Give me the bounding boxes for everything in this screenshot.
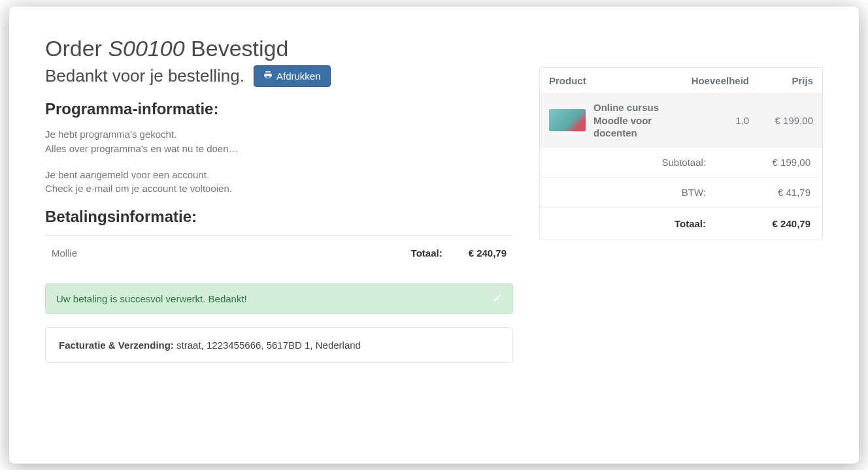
order-number: S00100 — [108, 36, 184, 61]
print-button[interactable]: Afdrukken — [254, 65, 331, 87]
product-price: € 199,00 — [754, 115, 813, 126]
divider — [45, 235, 513, 236]
payment-provider: Mollie — [52, 247, 411, 259]
payment-success-alert: Uw betaling is succesvol verwerkt. Bedan… — [45, 283, 513, 314]
shipping-address: straat, 1223455666, 5617BD 1, Nederland — [176, 340, 361, 351]
left-column: Order S00100 Bevestigd Bedankt voor je b… — [45, 36, 513, 424]
order-title: Order S00100 Bevestigd — [45, 36, 513, 61]
right-column: Product Hoeveelheid Prijs Online cursus … — [539, 36, 823, 424]
edit-icon[interactable] — [493, 293, 502, 304]
order-confirmation-page: Order S00100 Bevestigd Bedankt voor je b… — [9, 7, 859, 464]
order-summary: Product Hoeveelheid Prijs Online cursus … — [539, 67, 823, 240]
program-block-1: Je hebt programma's gekocht. Alles over … — [45, 127, 513, 156]
payment-heading: Betalingsinformatie: — [45, 208, 513, 226]
print-button-label: Afdrukken — [276, 71, 321, 82]
payment-total-label: Totaal: — [411, 247, 442, 259]
shipping-card: Facturatie & Verzending: straat, 1223455… — [45, 327, 513, 363]
program-line-1: Je hebt programma's gekocht. — [45, 127, 513, 142]
summary-header-qty: Hoeveelheid — [690, 75, 749, 86]
payment-row: Mollie Totaal: € 240,79 — [45, 245, 513, 264]
product-qty: 1.0 — [690, 115, 749, 126]
thank-you-text: Bedankt voor je bestelling. — [45, 66, 244, 86]
shipping-label: Facturatie & Verzending: — [59, 340, 174, 351]
program-line-2: Alles over programma's en wat nu te doen… — [45, 142, 513, 156]
product-name: Online cursus Moodle voor docenten — [593, 101, 685, 140]
payment-total-value: € 240,79 — [469, 247, 507, 259]
program-block-2: Je bent aangemeld voor een account. Chec… — [45, 168, 513, 197]
total-value: € 240,79 — [739, 218, 810, 229]
product-thumbnail — [549, 109, 586, 131]
order-title-suffix: Bevestigd — [191, 36, 288, 61]
program-line-4: Check je e-mail om je account te voltooi… — [45, 182, 513, 196]
order-title-prefix: Order — [45, 36, 102, 61]
summary-total-row: Totaal: € 240,79 — [540, 208, 822, 240]
print-icon — [263, 71, 273, 82]
program-line-3: Je bent aangemeld voor een account. — [45, 168, 513, 182]
payment-success-message: Uw betaling is succesvol verwerkt. Bedan… — [56, 293, 493, 304]
thank-you-row: Bedankt voor je bestelling. Afdrukken — [45, 65, 513, 87]
summary-header-price: Prijs — [754, 75, 813, 86]
summary-subtotal-row: Subtotaal: € 199,00 — [540, 148, 822, 178]
summary-header-product: Product — [549, 75, 685, 86]
subtotal-value: € 199,00 — [739, 157, 810, 168]
subtotal-label: Subtotaal: — [552, 157, 739, 168]
summary-tax-row: BTW: € 41,79 — [540, 178, 822, 208]
summary-header: Product Hoeveelheid Prijs — [540, 68, 822, 94]
tax-label: BTW: — [552, 187, 739, 198]
program-heading: Programma-informatie: — [45, 100, 513, 118]
summary-line-item: Online cursus Moodle voor docenten 1.0 €… — [540, 94, 822, 148]
total-label: Totaal: — [552, 218, 739, 229]
tax-value: € 41,79 — [739, 187, 810, 198]
